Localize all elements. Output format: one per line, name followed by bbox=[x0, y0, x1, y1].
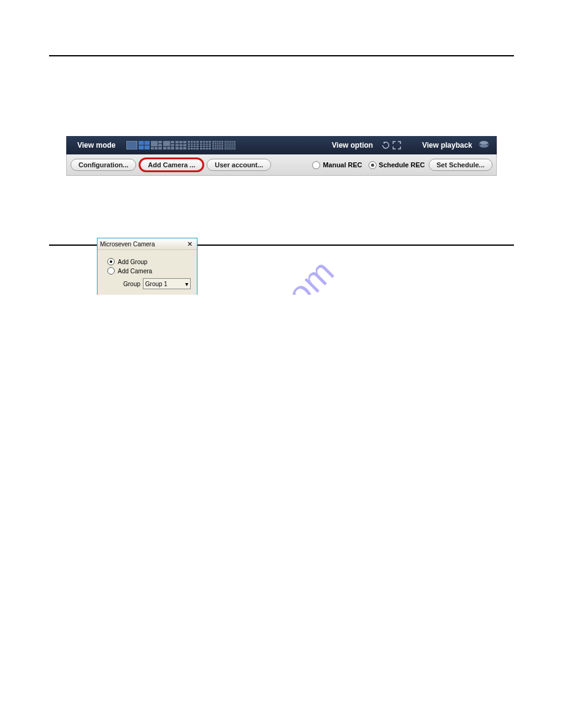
radio-checked-icon bbox=[107, 258, 115, 265]
view-mode-label: View mode bbox=[66, 141, 123, 150]
svg-rect-9 bbox=[155, 147, 158, 150]
close-icon[interactable]: ✕ bbox=[185, 240, 194, 248]
grid-6x6-icon[interactable] bbox=[224, 141, 236, 150]
radio-unchecked-icon bbox=[107, 267, 115, 275]
svg-rect-2 bbox=[145, 141, 150, 145]
svg-rect-16 bbox=[175, 141, 186, 150]
user-account-button[interactable]: User account... bbox=[207, 159, 271, 171]
add-camera-dialog-small: Microseven Camera ✕ Add Group Add Camera… bbox=[97, 238, 197, 295]
schedule-rec-radio[interactable]: Schedule REC bbox=[369, 161, 425, 169]
view-mode-grid-icons[interactable] bbox=[123, 141, 236, 150]
group-select-value: Group 1 bbox=[145, 281, 167, 287]
manual-rec-radio[interactable]: Manual REC bbox=[312, 161, 362, 169]
grid-4x4-icon[interactable] bbox=[200, 141, 211, 150]
fullscreen-icon[interactable] bbox=[393, 141, 401, 150]
page-top-rule bbox=[49, 55, 514, 56]
grid-5x5-icon[interactable] bbox=[212, 141, 223, 150]
view-playback-label: View playback bbox=[406, 141, 476, 150]
add-group-radio[interactable]: Add Group bbox=[107, 258, 191, 265]
grid-1x1-icon[interactable] bbox=[126, 141, 137, 150]
svg-rect-11 bbox=[163, 141, 174, 150]
grid-1plus5-icon[interactable] bbox=[151, 141, 162, 150]
svg-rect-0 bbox=[126, 141, 137, 150]
dialog-titlebar: Microseven Camera ✕ bbox=[98, 238, 197, 250]
set-schedule-button[interactable]: Set Schedule... bbox=[429, 159, 492, 171]
playback-icon[interactable] bbox=[476, 140, 497, 151]
view-option-label: View option bbox=[332, 141, 377, 150]
svg-rect-4 bbox=[145, 146, 150, 150]
svg-rect-6 bbox=[158, 141, 162, 143]
svg-rect-3 bbox=[139, 146, 144, 150]
manual-rec-label: Manual REC bbox=[323, 161, 362, 169]
add-camera-label: Add Camera bbox=[118, 268, 152, 275]
configuration-button[interactable]: Configuration... bbox=[71, 159, 136, 171]
toolbar-top: View mode View option View playback bbox=[66, 136, 497, 154]
group-select[interactable]: Group 1 ▾ bbox=[143, 278, 191, 289]
toolbar-bottom: Configuration... Add Camera ... User acc… bbox=[66, 154, 497, 176]
grid-1plus7-icon[interactable] bbox=[163, 141, 174, 150]
svg-rect-8 bbox=[151, 147, 154, 150]
grid-1plus12-icon[interactable] bbox=[188, 141, 199, 150]
rotate-icon[interactable] bbox=[381, 141, 390, 150]
add-camera-button[interactable]: Add Camera ... bbox=[140, 159, 203, 171]
schedule-rec-label: Schedule REC bbox=[379, 161, 425, 169]
add-group-label: Add Group bbox=[118, 259, 147, 265]
svg-rect-10 bbox=[158, 147, 162, 150]
group-label: Group bbox=[123, 281, 140, 287]
svg-rect-7 bbox=[158, 144, 162, 146]
radio-checked-icon bbox=[369, 161, 377, 169]
svg-rect-1 bbox=[139, 141, 144, 145]
radio-unchecked-icon bbox=[312, 161, 320, 169]
grid-3x3-icon[interactable] bbox=[175, 141, 186, 150]
chevron-down-icon: ▾ bbox=[185, 281, 188, 287]
svg-point-56 bbox=[480, 144, 488, 148]
toolbar: View mode View option View playback Conf… bbox=[66, 136, 497, 176]
svg-rect-5 bbox=[151, 141, 158, 146]
svg-rect-35 bbox=[212, 141, 223, 150]
grid-2x2-icon[interactable] bbox=[139, 141, 150, 150]
dialog-title: Microseven Camera bbox=[100, 241, 185, 248]
add-camera-radio[interactable]: Add Camera bbox=[107, 267, 191, 275]
